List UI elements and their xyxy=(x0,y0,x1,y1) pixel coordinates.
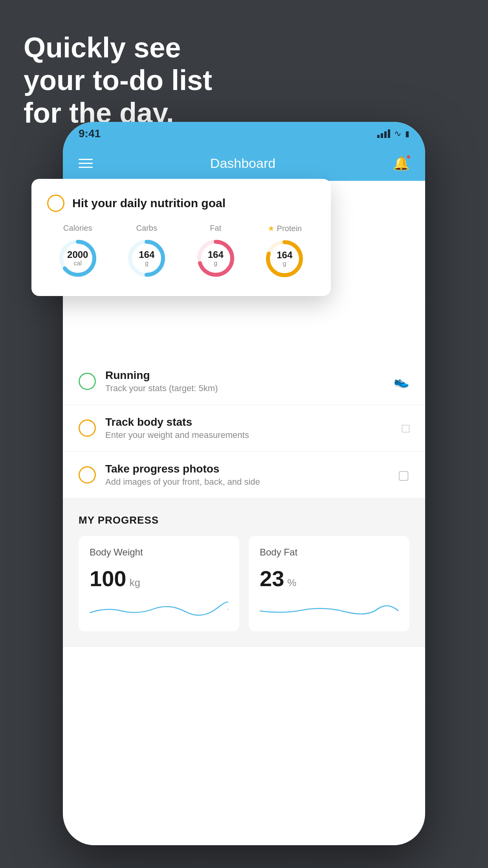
protein-label: Protein xyxy=(277,224,302,233)
todo-title-bodystats: Track body stats xyxy=(105,416,393,428)
todo-circle-bodystats xyxy=(79,419,96,437)
status-time: 9:41 xyxy=(79,127,101,140)
fat-label: Fat xyxy=(210,224,221,233)
calories-value: 2000 xyxy=(67,250,88,260)
todo-sub-running: Track your stats (target: 5km) xyxy=(105,383,384,394)
body-fat-card: Body Fat 23 % xyxy=(249,536,409,631)
card-header-row: Hit your daily nutrition goal xyxy=(47,195,315,212)
body-fat-unit: % xyxy=(287,577,296,589)
card-check-circle xyxy=(47,195,64,212)
signal-icon xyxy=(377,129,390,138)
carbs-value: 164 xyxy=(139,250,154,260)
protein-donut: 164 g xyxy=(263,237,306,280)
notifications-bell[interactable]: 🔔 xyxy=(393,155,409,171)
protein-value: 164 xyxy=(277,250,292,260)
nutrition-protein: ★ Protein 164 g xyxy=(263,224,306,280)
nav-title: Dashboard xyxy=(210,156,275,171)
todo-list: Running Track your stats (target: 5km) 👟… xyxy=(63,358,425,498)
nutrition-carbs: Carbs 164 g xyxy=(125,224,168,280)
hamburger-menu[interactable] xyxy=(79,159,93,168)
todo-circle-photos xyxy=(79,466,96,484)
battery-icon: ▮ xyxy=(405,129,409,138)
todo-title-photos: Take progress photos xyxy=(105,463,388,475)
todo-text-running: Running Track your stats (target: 5km) xyxy=(105,369,384,394)
nutrition-calories: Calories 2000 cal xyxy=(56,224,99,280)
card-title: Hit your daily nutrition goal xyxy=(72,197,226,210)
carbs-unit: g xyxy=(139,260,154,267)
protein-unit: g xyxy=(277,260,292,267)
background-headline: Quickly see your to-do list for the day. xyxy=(24,31,212,129)
list-item[interactable]: Take progress photos Add images of your … xyxy=(63,452,425,498)
scale-icon: □ xyxy=(402,421,409,436)
nutrition-card: Hit your daily nutrition goal Calories 2… xyxy=(31,179,331,296)
nav-bar: Dashboard 🔔 xyxy=(63,145,425,181)
nutrition-fat: Fat 164 g xyxy=(194,224,237,280)
notification-dot xyxy=(406,154,411,159)
carbs-label: Carbs xyxy=(136,224,157,233)
body-weight-card: Body Weight 100 kg xyxy=(79,536,239,631)
calories-label: Calories xyxy=(63,224,92,233)
photo-icon: ▢ xyxy=(398,467,409,482)
body-fat-value: 23 xyxy=(260,566,284,591)
calories-donut: 2000 cal xyxy=(56,237,99,280)
list-item[interactable]: Track body stats Enter your weight and m… xyxy=(63,405,425,452)
running-icon: 👟 xyxy=(394,374,409,389)
calories-unit: cal xyxy=(67,260,88,267)
nutrition-grid: Calories 2000 cal Carbs xyxy=(47,224,315,280)
todo-circle-running xyxy=(79,373,96,390)
wifi-icon: ∿ xyxy=(394,129,401,139)
body-weight-value-row: 100 kg xyxy=(90,566,228,591)
carbs-donut: 164 g xyxy=(125,237,168,280)
list-item[interactable]: Running Track your stats (target: 5km) 👟 xyxy=(63,358,425,405)
fat-donut: 164 g xyxy=(194,237,237,280)
todo-sub-bodystats: Enter your weight and measurements xyxy=(105,430,393,440)
progress-cards: Body Weight 100 kg Body Fat 23 % xyxy=(79,536,409,631)
progress-title: MY PROGRESS xyxy=(79,514,409,526)
body-weight-chart xyxy=(90,599,228,619)
fat-value: 164 xyxy=(208,250,224,260)
todo-text-bodystats: Track body stats Enter your weight and m… xyxy=(105,416,393,440)
body-weight-label: Body Weight xyxy=(90,547,228,558)
fat-unit: g xyxy=(208,260,224,267)
todo-text-photos: Take progress photos Add images of your … xyxy=(105,463,388,487)
progress-section: MY PROGRESS Body Weight 100 kg Body Fat … xyxy=(63,498,425,647)
body-fat-chart xyxy=(260,599,398,619)
status-icons: ∿ ▮ xyxy=(377,129,409,139)
todo-sub-photos: Add images of your front, back, and side xyxy=(105,477,388,487)
status-bar: 9:41 ∿ ▮ xyxy=(63,122,425,145)
body-fat-value-row: 23 % xyxy=(260,566,398,591)
body-weight-unit: kg xyxy=(129,577,140,589)
todo-title-running: Running xyxy=(105,369,384,382)
protein-label-row: ★ Protein xyxy=(268,224,302,233)
body-weight-value: 100 xyxy=(90,566,126,591)
body-fat-label: Body Fat xyxy=(260,547,398,558)
star-icon: ★ xyxy=(268,224,275,233)
